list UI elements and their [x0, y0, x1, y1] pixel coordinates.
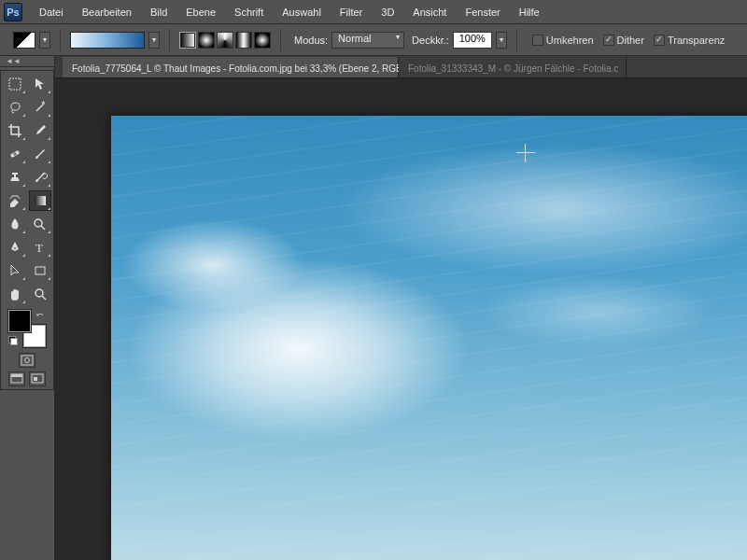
mode-select[interactable]: Normal▾ [331, 32, 404, 49]
tool-shape[interactable] [29, 260, 51, 281]
document-tab-strip: Fotolia_7775064_L © Thaut Images - Fotol… [55, 56, 747, 78]
svg-rect-0 [9, 78, 21, 90]
mode-label: Modus: [294, 35, 328, 46]
document-tab-active[interactable]: Fotolia_7775064_L © Thaut Images - Fotol… [63, 57, 399, 77]
menu-help[interactable]: Hilfe [510, 3, 549, 21]
tool-move[interactable] [29, 74, 51, 94]
swap-colors-icon[interactable]: ⤺ [36, 310, 44, 319]
toolbox: T ⤺ [0, 70, 54, 390]
svg-rect-10 [35, 196, 46, 205]
collapse-icon: ◄◄ [6, 57, 21, 65]
tool-brush[interactable] [29, 144, 51, 164]
gradient-preview[interactable] [70, 32, 145, 49]
reverse-checkbox-wrap[interactable]: Umkehren [532, 35, 594, 46]
document-tab-title: Fotolia_31333343_M - © Jürgen Fälchle - … [408, 63, 618, 74]
crosshair-cursor-icon [516, 144, 535, 162]
gradient-picker-dropdown-icon[interactable]: ▾ [148, 32, 160, 49]
tool-eyedropper[interactable] [29, 120, 51, 141]
dither-checkbox-wrap[interactable]: ✓ Dither [603, 35, 644, 46]
gradient-reflected-button[interactable] [235, 32, 252, 49]
reverse-checkbox[interactable] [532, 35, 543, 46]
tool-eraser[interactable] [4, 190, 26, 211]
opacity-input[interactable]: 100% [453, 32, 492, 49]
transparency-checkbox-wrap[interactable]: ✓ Transparenz [654, 35, 725, 46]
transparency-checkbox[interactable]: ✓ [654, 35, 665, 46]
left-column: ◄◄ T [0, 56, 55, 560]
gradient-radial-button[interactable] [198, 32, 215, 49]
foreground-color-swatch[interactable] [8, 310, 31, 332]
panel-collapse-strip[interactable]: ◄◄ [0, 56, 54, 67]
svg-rect-21 [11, 374, 22, 377]
svg-point-13 [14, 247, 16, 249]
svg-rect-15 [35, 267, 45, 274]
quick-mask-button[interactable] [19, 353, 35, 368]
tool-magic-wand[interactable] [29, 97, 51, 118]
tool-lasso[interactable] [4, 97, 26, 118]
menu-bar: Ps Datei Bearbeiten Bild Ebene Schrift A… [0, 0, 747, 24]
transparency-label: Transparenz [668, 35, 725, 46]
options-bar: ▾ ▾ Modus: Normal▾ Deckkr.: 100% ▾ Umkeh… [0, 24, 747, 56]
menu-type[interactable]: Schrift [225, 3, 273, 21]
svg-line-9 [18, 196, 20, 199]
tool-zoom[interactable] [29, 284, 51, 304]
tool-crop[interactable] [4, 120, 26, 141]
menu-view[interactable]: Ansicht [403, 3, 456, 21]
menu-image[interactable]: Bild [141, 3, 176, 21]
svg-text:T: T [35, 241, 43, 255]
canvas-stage[interactable] [55, 78, 747, 560]
menu-filter[interactable]: Filter [331, 3, 372, 21]
menu-3d[interactable]: 3D [372, 3, 403, 21]
document-tab-title: Fotolia_7775064_L © Thaut Images - Fotol… [72, 63, 419, 74]
dither-checkbox[interactable]: ✓ [603, 35, 614, 46]
divider [169, 29, 170, 51]
menu-layer[interactable]: Ebene [176, 3, 225, 21]
svg-line-17 [42, 296, 46, 300]
tool-pen[interactable] [4, 237, 26, 258]
tool-preset-picker[interactable] [13, 32, 35, 49]
svg-rect-18 [21, 356, 33, 365]
menu-select[interactable]: Auswahl [273, 3, 331, 21]
tool-preset-dropdown-icon[interactable]: ▾ [39, 32, 50, 49]
screen-mode-button[interactable] [8, 371, 25, 386]
menu-file[interactable]: Datei [30, 3, 73, 21]
tool-clone-stamp[interactable] [4, 167, 26, 188]
tool-path-selection[interactable] [4, 260, 26, 281]
menu-edit[interactable]: Bearbeiten [73, 3, 141, 21]
svg-point-16 [35, 289, 43, 297]
tool-hand[interactable] [4, 284, 26, 304]
opacity-dropdown-icon[interactable]: ▾ [496, 32, 507, 49]
tool-dodge[interactable] [29, 214, 51, 234]
menu-window[interactable]: Fenster [456, 3, 509, 21]
dither-label: Dither [617, 35, 644, 46]
tool-marquee[interactable] [4, 74, 26, 94]
tool-type[interactable]: T [29, 237, 51, 258]
svg-rect-6 [12, 173, 18, 175]
document-tab-inactive[interactable]: Fotolia_31333343_M - © Jürgen Fälchle - … [399, 57, 627, 77]
workspace: ◄◄ T [0, 56, 747, 560]
svg-line-12 [41, 226, 45, 230]
gradient-type-group [179, 32, 271, 49]
svg-line-1 [36, 105, 43, 111]
svg-rect-23 [34, 377, 37, 381]
divider [516, 29, 517, 51]
tool-healing[interactable] [4, 144, 26, 164]
canvas-area: Fotolia_7775064_L © Thaut Images - Fotol… [55, 56, 747, 560]
divider [280, 29, 281, 51]
gradient-diamond-button[interactable] [254, 32, 271, 49]
color-swatches: ⤺ [8, 310, 46, 347]
reverse-label: Umkehren [546, 35, 594, 46]
app-logo: Ps [4, 3, 22, 21]
gradient-linear-button[interactable] [179, 32, 196, 49]
svg-line-8 [10, 196, 12, 199]
default-colors-icon[interactable] [8, 336, 18, 345]
opacity-label: Deckkr.: [412, 35, 449, 46]
svg-point-11 [35, 219, 42, 227]
tool-blur[interactable] [4, 214, 26, 234]
tool-history-brush[interactable] [29, 167, 51, 188]
gradient-angle-button[interactable] [217, 32, 233, 49]
screen-mode-alt-button[interactable] [29, 371, 46, 386]
svg-point-19 [25, 358, 30, 363]
document-canvas[interactable] [111, 116, 747, 560]
divider [60, 29, 61, 51]
tool-gradient[interactable] [29, 190, 51, 211]
